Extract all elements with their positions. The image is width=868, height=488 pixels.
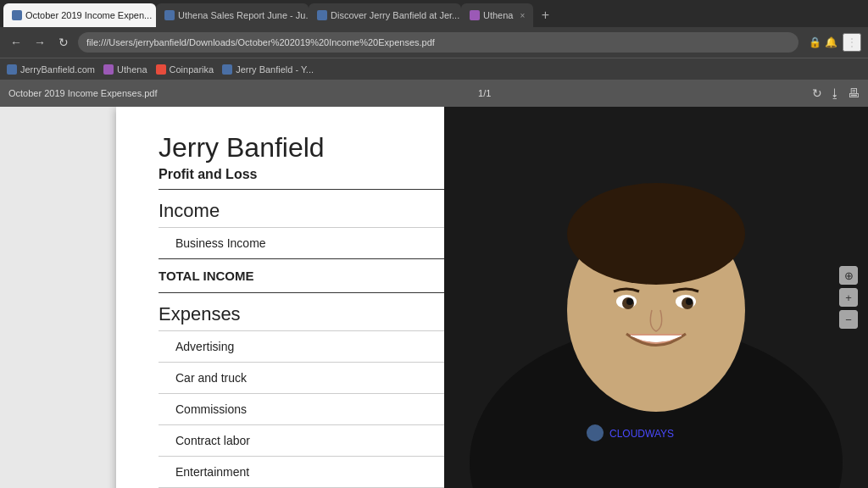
bookmark-uthena[interactable]: Uthena xyxy=(103,64,147,75)
bookmark-icon-u xyxy=(103,64,114,75)
bookmark-icon-jb2 xyxy=(222,64,232,75)
webcam-overlay: CLOUDWAYS xyxy=(444,107,868,488)
doc-report-type: Profit and Loss xyxy=(159,167,325,182)
pdf-toolbar: October 2019 Income Expenses.pdf 1/1 ↻ ⭳… xyxy=(0,80,868,107)
tab-label-2: Uthena Sales Report June - Ju... xyxy=(178,10,309,20)
bookmark-coinparika[interactable]: Coinparika xyxy=(156,64,214,75)
tab-2[interactable]: Uthena Sales Report June - Ju... × xyxy=(156,3,309,27)
security-icons: 🔒 🔔 xyxy=(809,36,837,48)
person-svg: CLOUDWAYS xyxy=(444,107,868,488)
forward-button[interactable]: → xyxy=(31,33,49,52)
browser-window: October 2019 Income Expen... × Uthena Sa… xyxy=(0,0,868,488)
notification-icon: 🔔 xyxy=(825,36,837,48)
menu-button[interactable]: ⋮ xyxy=(843,33,861,52)
tab-label-3: Discover Jerry Banfield at Jer... xyxy=(331,10,459,20)
total-income-label: TOTAL INCOME xyxy=(159,269,254,283)
bookmark-icon-c xyxy=(156,64,166,75)
doc-name-block: Jerry Banfield Profit and Loss xyxy=(159,132,325,182)
tab-4[interactable]: Uthena × xyxy=(461,3,533,27)
svg-point-12 xyxy=(587,424,604,441)
address-bar[interactable]: file:///Users/jerrybanfield/Downloads/Oc… xyxy=(78,32,798,53)
tab-icon-3 xyxy=(317,10,327,20)
bookmark-label-0: JerryBanfield.com xyxy=(20,64,95,75)
bookmark-jerrybanfield[interactable]: JerryBanfield.com xyxy=(7,64,95,75)
bookmark-icon-jb xyxy=(7,64,17,75)
pdf-reload-button[interactable]: ↻ xyxy=(812,86,822,100)
reload-button[interactable]: ↻ xyxy=(54,33,73,52)
side-scroll-buttons: ⊕ + − xyxy=(839,266,858,329)
bookmark-label-1: Uthena xyxy=(117,64,147,75)
back-button[interactable]: ← xyxy=(7,33,25,52)
pdf-toolbar-actions: ↻ ⭳ 🖶 xyxy=(812,86,860,100)
pdf-print-button[interactable]: 🖶 xyxy=(848,86,860,100)
svg-point-9 xyxy=(626,298,633,305)
tab-3[interactable]: Discover Jerry Banfield at Jer... × xyxy=(309,3,461,27)
tab-label-4: Uthena xyxy=(483,10,513,20)
tab-icon-4 xyxy=(470,10,480,20)
expense-label-1: Car and truck xyxy=(175,371,247,385)
bookmark-label-3: Jerry Banfield - Y... xyxy=(236,64,314,75)
address-text: file:///Users/jerrybanfield/Downloads/Oc… xyxy=(86,37,435,47)
svg-text:CLOUDWAYS: CLOUDWAYS xyxy=(609,428,674,440)
tab-1[interactable]: October 2019 Income Expen... × xyxy=(3,3,156,27)
pdf-download-button[interactable]: ⭳ xyxy=(829,86,841,100)
bookmark-jerry-youtube[interactable]: Jerry Banfield - Y... xyxy=(222,64,314,75)
doc-person-name: Jerry Banfield xyxy=(159,132,325,164)
tab-icon-1 xyxy=(12,10,22,20)
zoom-in-button[interactable]: + xyxy=(839,288,858,307)
tab-bar: October 2019 Income Expen... × Uthena Sa… xyxy=(0,0,868,27)
expense-label-4: Entertainment xyxy=(175,465,249,479)
svg-point-4 xyxy=(567,183,745,285)
business-income-label: Business Income xyxy=(175,236,266,250)
expand-button[interactable]: ⊕ xyxy=(839,266,858,285)
zoom-out-button[interactable]: − xyxy=(839,310,858,329)
content-area: Jerry Banfield Profit and Loss Oct 01, 2… xyxy=(0,107,868,488)
bookmark-label-2: Coinparika xyxy=(170,64,214,75)
bookmarks-bar: JerryBanfield.com Uthena Coinparika Jerr… xyxy=(0,58,868,80)
expense-label-2: Commissions xyxy=(175,402,247,416)
tab-label-1: October 2019 Income Expen... xyxy=(25,10,152,20)
new-tab-button[interactable]: + xyxy=(533,3,557,27)
tab-close-4[interactable]: × xyxy=(520,11,525,20)
svg-point-10 xyxy=(686,298,693,305)
shield-icon: 🔒 xyxy=(809,36,821,48)
nav-bar: ← → ↻ file:///Users/jerrybanfield/Downlo… xyxy=(0,27,868,58)
pdf-filename: October 2019 Income Expenses.pdf xyxy=(8,88,158,98)
expense-label-3: Contract labor xyxy=(175,434,250,447)
expense-label-0: Advertising xyxy=(175,340,234,353)
pdf-page-count: 1/1 xyxy=(478,88,491,98)
tab-icon-2 xyxy=(164,10,175,20)
